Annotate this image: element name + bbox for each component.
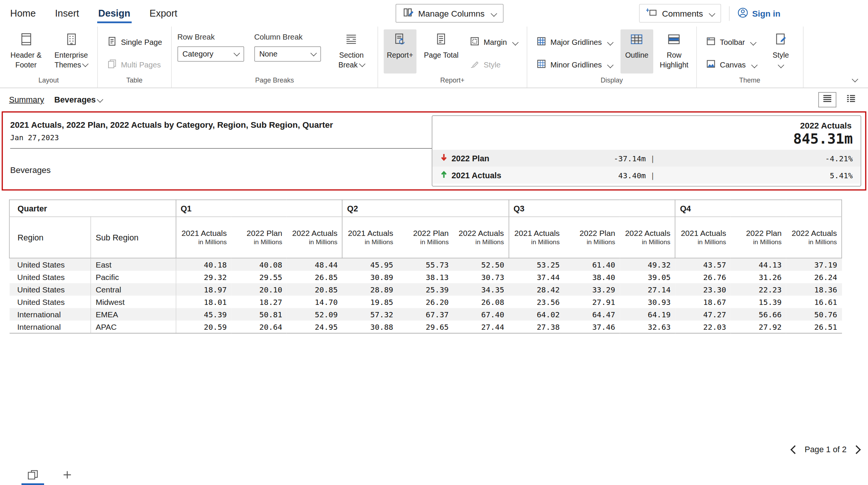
value-cell: 32.63	[620, 321, 675, 334]
region-column-header[interactable]: Region	[9, 217, 91, 258]
value-cell: 64.19	[620, 308, 675, 321]
pages-icon	[27, 469, 39, 483]
kpi-card: 2022 Actuals 845.31m 2022 Plan -37.14m| …	[432, 115, 861, 187]
value-cell: 55.73	[398, 258, 453, 271]
quarter-header[interactable]: Q1	[176, 200, 342, 217]
margin-button[interactable]: Margin	[466, 35, 521, 50]
kpi-label: 2022 Actuals	[432, 116, 861, 130]
enterprise-themes-button[interactable]: Enterprise Themes	[51, 29, 92, 73]
prev-page-button[interactable]	[790, 444, 800, 454]
minor-gridlines-button[interactable]: Minor Gridlines	[533, 57, 616, 73]
single-page-button[interactable]: Single Page	[104, 35, 166, 50]
chevron-down-icon	[751, 61, 757, 68]
kpi-row-name: 2021 Actuals	[452, 171, 501, 180]
value-cell: 57.32	[342, 308, 397, 321]
chevron-down-icon	[491, 10, 497, 17]
current-section[interactable]: Beverages	[54, 95, 102, 104]
section-break-button[interactable]: Section Break	[331, 29, 372, 73]
outline-icon	[630, 32, 644, 49]
report-header[interactable]: 2021 Actuals, 2022 Plan, 2022 Actuals by…	[2, 112, 866, 191]
measure-column-header[interactable]: 2021 Actualsin Millions	[176, 217, 231, 258]
collapse-ribbon-button[interactable]	[848, 74, 862, 84]
measure-column-header[interactable]: 2022 Actualsin Millions	[620, 217, 675, 258]
value-cell: 20.64	[231, 321, 287, 334]
margin-label: Margin	[484, 38, 507, 47]
report-plus-button[interactable]: Report+	[384, 29, 416, 73]
add-sheet-button[interactable]	[59, 468, 76, 485]
sub-region-column-header[interactable]: Sub Region	[91, 217, 176, 258]
subregion-cell: EMEA	[91, 308, 176, 321]
next-page-button[interactable]	[851, 444, 861, 454]
measure-column-header[interactable]: 2021 Actualsin Millions	[342, 217, 397, 258]
row-break-select[interactable]: Category	[177, 46, 244, 62]
header-footer-button[interactable]: Header & Footer	[6, 29, 46, 73]
ribbon-group-display: Major Gridlines Minor Gridlines Outline	[527, 27, 697, 88]
value-cell: 18.01	[176, 296, 231, 308]
row-highlight-button[interactable]: Row Highlight	[658, 29, 691, 73]
table-row: United StatesPacific29.3229.5526.8530.89…	[9, 271, 842, 283]
major-gridlines-button[interactable]: Major Gridlines	[533, 35, 616, 50]
value-cell: 30.93	[620, 296, 675, 308]
outline-button[interactable]: Outline	[620, 29, 653, 73]
value-cell: 26.20	[398, 296, 453, 308]
minor-gridlines-label: Minor Gridlines	[550, 61, 602, 69]
measure-column-header[interactable]: 2022 Actualsin Millions	[287, 217, 342, 258]
value-cell: 28.89	[342, 283, 397, 296]
pagination: Page 1 of 2	[790, 444, 861, 454]
comments-label: Comments	[662, 9, 703, 18]
quarter-header[interactable]: Q3	[509, 200, 675, 217]
toolbar-button[interactable]: Toolbar	[702, 35, 760, 50]
view-toggle-detail[interactable]	[842, 92, 860, 107]
measure-column-header[interactable]: 2022 Planin Millions	[231, 217, 287, 258]
measure-column-header[interactable]: 2022 Planin Millions	[564, 217, 620, 258]
measure-column-header[interactable]: 2022 Planin Millions	[730, 217, 786, 258]
breadcrumb-summary[interactable]: Summary	[9, 95, 44, 104]
detail-view-icon	[846, 93, 856, 106]
column-break-select[interactable]: None	[254, 46, 321, 62]
quarter-header[interactable]: Q2	[342, 200, 509, 217]
quarter-header[interactable]: Q4	[675, 200, 842, 217]
manage-columns-button[interactable]: Manage Columns	[396, 4, 503, 23]
sign-in-button[interactable]: Sign in	[738, 7, 781, 20]
value-cell: 23.30	[675, 283, 730, 296]
measure-column-header[interactable]: 2022 Actualsin Millions	[786, 217, 842, 258]
measure-column-header[interactable]: 2022 Planin Millions	[398, 217, 453, 258]
tab-design[interactable]: Design	[97, 1, 131, 26]
tab-home[interactable]: Home	[9, 1, 37, 26]
report-plus-icon	[393, 32, 407, 49]
theme-style-button[interactable]: Style	[764, 29, 797, 73]
comments-button[interactable]: Comments	[639, 4, 721, 23]
sheet-tab[interactable]	[20, 467, 45, 485]
region-cell: International	[9, 321, 91, 334]
section-break-icon	[344, 32, 359, 49]
value-cell: 30.88	[342, 321, 397, 334]
value-cell: 26.51	[786, 321, 842, 334]
quarter-label[interactable]: Quarter	[9, 200, 176, 217]
ribbon-group-page-breaks: Row Break Category Column Break None Se	[172, 27, 378, 88]
ribbon-group-report-plus: Report+ Page Total Margin Style	[378, 27, 527, 88]
canvas-button[interactable]: Canvas	[702, 57, 760, 73]
column-break-value: None	[259, 50, 277, 58]
single-page-label: Single Page	[121, 38, 162, 47]
value-cell: 38.40	[564, 271, 620, 283]
app: Home Insert Design Export Manage Columns…	[0, 0, 868, 485]
tab-export[interactable]: Export	[148, 1, 179, 26]
multi-pages-button: Multi Pages	[104, 57, 166, 73]
view-toggle-list[interactable]	[818, 92, 836, 107]
manage-columns-icon	[403, 7, 414, 20]
value-cell: 27.92	[730, 321, 786, 334]
chevron-down-icon	[97, 96, 104, 103]
ribbon-group-label: Display	[527, 76, 696, 88]
measure-column-header[interactable]: 2021 Actualsin Millions	[509, 217, 564, 258]
value-cell: 18.36	[786, 283, 842, 296]
page-total-button[interactable]: Page Total	[421, 29, 462, 73]
measure-column-header[interactable]: 2022 Actualsin Millions	[453, 217, 509, 258]
value-cell: 39.05	[620, 271, 675, 283]
measure-header-row: Region Sub Region 2021 Actualsin Million…	[9, 217, 842, 258]
measure-column-header[interactable]: 2021 Actualsin Millions	[675, 217, 730, 258]
value-cell: 31.26	[730, 271, 786, 283]
tab-insert[interactable]: Insert	[54, 1, 80, 26]
ribbon-group-theme: Toolbar Canvas Style Theme	[697, 27, 803, 88]
value-cell: 50.76	[786, 308, 842, 321]
subregion-cell: Central	[91, 283, 176, 296]
